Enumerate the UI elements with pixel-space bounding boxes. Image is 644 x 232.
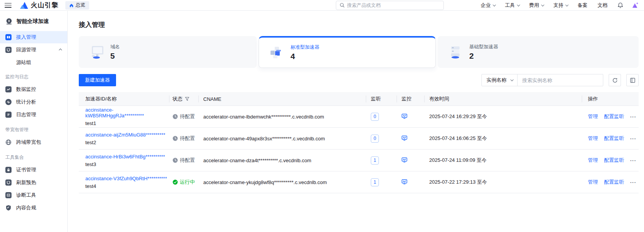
more-actions-icon[interactable]: ··· — [630, 136, 636, 142]
sidebar-item-cross-domain-bandwidth[interactable]: 跨域带宽包 — [0, 136, 67, 148]
nav-item-billing[interactable]: 费用 — [529, 2, 543, 9]
nav-item-docs[interactable]: 文档 — [598, 2, 607, 9]
data-monitor-icon — [5, 86, 12, 92]
monitor-chart-icon[interactable] — [402, 157, 407, 163]
overview-label: 总览 — [76, 2, 85, 8]
cname-value: accelerator-cname-49apx8r3sx**********.c… — [203, 135, 366, 142]
card-standard-accelerators[interactable]: 标准型加速器 4 — [259, 36, 436, 68]
nav-menu: 企业 工具 费用 支持 备案 文档 — [481, 2, 607, 9]
monitor-chart-icon[interactable] — [402, 114, 407, 119]
filter-funnel-icon[interactable] — [185, 97, 189, 101]
search-icon — [340, 3, 345, 8]
refresh-preheat-icon — [5, 179, 12, 186]
card-basic-count: 2 — [469, 51, 498, 61]
manage-link[interactable]: 管理 — [588, 135, 598, 142]
card-domains[interactable]: 域名 5 — [79, 36, 257, 68]
sidebar-item-certificate[interactable]: 证书管理 — [0, 164, 67, 176]
hamburger-menu-icon[interactable] — [5, 3, 12, 8]
listener-count-badge[interactable]: 0 — [371, 113, 379, 121]
home-icon — [69, 3, 74, 8]
card-basic-accelerators[interactable]: 基础型加速器 2 — [438, 36, 639, 68]
ai-assistant-avatar[interactable] — [632, 2, 639, 8]
col-status: 状态 — [169, 92, 199, 106]
sidebar-item-origin-group[interactable]: 源站组 — [0, 56, 67, 68]
table-row: accinstance-HrBi3w6FhtBg********** test3… — [79, 150, 639, 171]
pending-clock-icon — [173, 114, 178, 119]
listener-count-badge[interactable]: 1 — [371, 156, 379, 165]
list-toolbar: 新建加速器 实例名称 — [79, 74, 639, 86]
configure-listener-link[interactable]: 配置监听 — [604, 135, 624, 142]
accelerator-name: test2 — [85, 140, 169, 145]
table-row: accinstance-kWB5RMHggRJa********** test1… — [79, 106, 639, 128]
table-row: accinstance-V3fZuh9QbRtH********** test4… — [79, 171, 639, 193]
card-domains-count: 5 — [110, 51, 120, 61]
sidebar-item-content-compliance[interactable]: 内容合规 — [0, 202, 67, 214]
status-badge: 待配置 — [173, 113, 199, 120]
card-standard-label: 标准型加速器 — [290, 44, 319, 51]
more-actions-icon[interactable]: ··· — [630, 158, 636, 163]
configure-listener-link[interactable]: 配置监听 — [604, 157, 624, 164]
accelerator-id-link[interactable]: accinstance-kWB5RMHggRJa********** — [85, 107, 169, 118]
sidebar-item-access-management[interactable]: 接入管理 — [0, 31, 67, 43]
diagnostic-tool-icon — [5, 192, 12, 198]
status-badge: 运行中 — [173, 179, 199, 186]
manage-link[interactable]: 管理 — [588, 157, 598, 164]
overview-tab[interactable]: 总览 — [65, 1, 89, 10]
brand-logo[interactable]: 火山引擎 — [20, 1, 58, 10]
sidebar-item-refresh-preheat[interactable]: 刷新预热 — [0, 176, 67, 189]
accelerator-id-link[interactable]: accinstance-aijZm5MiuG88********** — [85, 132, 169, 138]
listener-count-badge[interactable]: 1 — [371, 178, 379, 186]
product-search-input[interactable] — [347, 3, 440, 8]
product-search-box[interactable] — [336, 1, 444, 10]
configure-listener-link[interactable]: 配置监听 — [604, 113, 624, 120]
refresh-button[interactable] — [609, 74, 621, 86]
shield-compliance-icon — [5, 205, 12, 211]
nav-item-support[interactable]: 支持 — [553, 2, 568, 9]
more-actions-icon[interactable]: ··· — [630, 179, 636, 185]
sidebar-item-diagnostic[interactable]: 诊断工具 — [0, 189, 67, 201]
sidebar-item-origin-management[interactable]: 回源管理 — [0, 44, 67, 56]
col-listeners: 监听 — [366, 92, 397, 106]
accelerator-name: test3 — [85, 161, 169, 167]
nav-item-tools[interactable]: 工具 — [505, 2, 519, 9]
bell-icon[interactable] — [617, 2, 623, 8]
sidebar-item-statistics[interactable]: 统计分析 — [0, 96, 67, 108]
accelerator-id-link[interactable]: accinstance-HrBi3w6FhtBg********** — [85, 154, 169, 160]
manage-link[interactable]: 管理 — [588, 113, 598, 120]
statistics-icon — [5, 99, 12, 105]
chevron-down-icon — [517, 3, 520, 6]
listener-count-badge[interactable]: 0 — [371, 135, 379, 143]
manage-link[interactable]: 管理 — [588, 179, 598, 186]
brand-name: 火山引擎 — [31, 1, 58, 10]
summary-cards: 域名 5 标准型加速器 4 — [79, 36, 639, 68]
nav-item-icp[interactable]: 备案 — [578, 2, 588, 9]
more-actions-icon[interactable]: ··· — [630, 114, 636, 120]
filter-field-select[interactable]: 实例名称 — [482, 74, 518, 86]
cname-value: accelerator-cname-lbdemwchk**********.c.… — [203, 113, 366, 120]
instance-search-input[interactable] — [518, 77, 603, 83]
monitor-chart-icon[interactable] — [402, 179, 407, 184]
pending-clock-icon — [173, 136, 178, 141]
chevron-down-icon — [493, 3, 496, 6]
refresh-icon — [612, 77, 618, 83]
valid-time: 2025-07-24 11:09:09 至今 — [429, 157, 486, 163]
monitor-chart-icon[interactable] — [402, 135, 407, 141]
product-name: 智能全球加速 — [17, 18, 49, 25]
chevron-down-icon — [565, 3, 568, 6]
chevron-down-icon — [510, 78, 513, 81]
nav-icons — [617, 2, 639, 8]
card-basic-label: 基础型加速器 — [469, 44, 498, 50]
create-accelerator-button[interactable]: 新建加速器 — [79, 74, 116, 86]
chevron-up-icon — [59, 48, 62, 51]
globe-icon — [5, 139, 12, 145]
sidebar-item-log-management[interactable]: 日志管理 — [0, 109, 67, 121]
column-settings-button[interactable] — [626, 74, 639, 86]
instance-filter-control: 实例名称 — [481, 74, 603, 86]
cname-value: accelerator-cname-ykujdg8wf8q**********.… — [203, 179, 366, 186]
accelerator-id-link[interactable]: accinstance-V3fZuh9QbRtH********** — [85, 176, 169, 181]
domain-monitor-icon — [88, 45, 105, 59]
configure-listener-link[interactable]: 配置监听 — [604, 179, 624, 186]
sidebar-item-data-monitor[interactable]: 数据监控 — [0, 83, 67, 95]
nav-item-enterprise[interactable]: 企业 — [481, 2, 495, 9]
sidebar-section-bandwidth: 带宽包管理 — [0, 121, 67, 136]
